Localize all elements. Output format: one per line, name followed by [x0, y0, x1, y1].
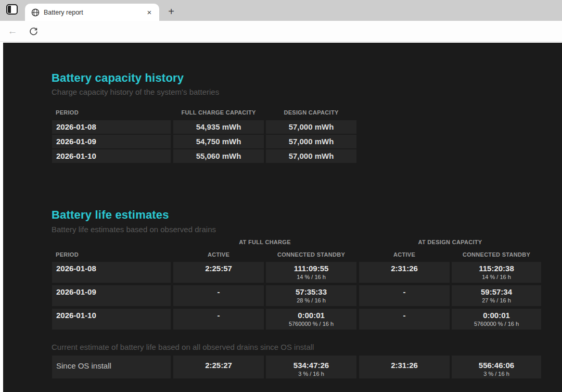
- fc-active-cell: 2:25:27: [173, 356, 264, 378]
- life-table-header: PERIOD ACTIVE CONNECTED STANDBY ACTIVE C…: [52, 251, 541, 259]
- life-header-fc-standby: CONNECTED STANDBY: [266, 251, 356, 258]
- battery-report-document: Battery capacity history Charge capacity…: [3, 43, 562, 392]
- capacity-section-title: Battery capacity history: [52, 71, 184, 85]
- standby-time: 0:00:01: [266, 309, 356, 321]
- design-capacity-cell: 57,000 mWh: [266, 120, 356, 134]
- life-section-subtitle: Battery life estimates based on observed…: [52, 225, 216, 234]
- standby-time: 556:46:06: [452, 359, 541, 371]
- standby-rate: 28 % / 16 h: [266, 297, 356, 304]
- dc-active-cell: 2:31:26: [359, 262, 450, 283]
- tab-strip: Battery report × +: [0, 0, 562, 21]
- period-cell: 2026-01-09: [52, 285, 171, 306]
- fc-active-cell: 2:25:57: [173, 262, 264, 283]
- life-table-row: 2026-01-10 - 0:00:01 5760000 % / 16 h - …: [52, 309, 541, 330]
- group-header-full-charge: AT FULL CHARGE: [173, 239, 356, 245]
- standby-time: 115:20:38: [452, 262, 541, 274]
- period-cell: 2026-01-08: [52, 120, 171, 134]
- dc-active-cell: 2:31:26: [359, 356, 450, 378]
- standby-rate: 27 % / 16 h: [452, 297, 541, 304]
- period-cell: 2026-01-10: [52, 309, 171, 330]
- dc-active-cell: -: [359, 285, 450, 306]
- period-cell: 2026-01-09: [52, 135, 171, 148]
- group-header-design-capacity: AT DESIGN CAPACITY: [359, 239, 541, 245]
- life-header-dc-active: ACTIVE: [359, 251, 450, 258]
- life-header-fc-active: ACTIVE: [173, 251, 264, 258]
- standby-time: 59:57:34: [452, 285, 541, 297]
- browser-window: Battery report × + ← File C:/Users/iii/b…: [0, 0, 562, 392]
- refresh-button[interactable]: [25, 23, 42, 40]
- period-cell: 2026-01-10: [52, 149, 171, 163]
- capacity-header-design: DESIGN CAPACITY: [266, 109, 356, 116]
- new-tab-button[interactable]: +: [164, 5, 178, 19]
- fc-standby-cell: 111:09:55 14 % / 16 h: [266, 262, 356, 283]
- refresh-icon: [29, 27, 38, 36]
- standby-time: 111:09:55: [266, 262, 356, 274]
- full-charge-cell: 54,750 mWh: [173, 135, 264, 148]
- os-install-label: Since OS install: [52, 356, 171, 378]
- standby-time: 534:47:26: [266, 359, 356, 371]
- life-header-dc-standby: CONNECTED STANDBY: [452, 251, 541, 258]
- capacity-table-row: 2026-01-09 54,750 mWh 57,000 mWh: [52, 135, 356, 148]
- life-table-group-header: AT FULL CHARGE AT DESIGN CAPACITY: [52, 239, 541, 246]
- dc-standby-cell: 0:00:01 5760000 % / 16 h: [452, 309, 541, 330]
- capacity-header-period: PERIOD: [56, 109, 79, 116]
- capacity-table-row: 2026-01-08 54,935 mWh 57,000 mWh: [52, 120, 356, 134]
- fc-standby-cell: 57:35:33 28 % / 16 h: [266, 285, 356, 306]
- capacity-table-row: 2026-01-10 55,060 mWh 57,000 mWh: [52, 149, 356, 163]
- life-section-title: Battery life estimates: [52, 208, 169, 222]
- tab-actions-pane: [8, 6, 11, 13]
- standby-rate: 3 % / 16 h: [266, 371, 356, 377]
- os-install-row: Since OS install 2:25:27 534:47:26 3 % /…: [52, 356, 541, 378]
- dc-standby-cell: 115:20:38 14 % / 16 h: [452, 262, 541, 283]
- standby-rate: 14 % / 16 h: [266, 274, 356, 281]
- fc-standby-cell: 534:47:26 3 % / 16 h: [266, 356, 356, 378]
- back-button[interactable]: ←: [4, 23, 21, 40]
- fc-standby-cell: 0:00:01 5760000 % / 16 h: [266, 309, 356, 330]
- page-area: Battery capacity history Charge capacity…: [0, 42, 562, 392]
- life-table-row: 2026-01-08 2:25:57 111:09:55 14 % / 16 h…: [52, 262, 541, 283]
- period-cell: 2026-01-08: [52, 262, 171, 283]
- tab-actions-icon[interactable]: [6, 4, 18, 15]
- full-charge-cell: 54,935 mWh: [173, 120, 264, 134]
- os-install-caption: Current estimate of battery life based o…: [52, 343, 314, 351]
- browser-tab[interactable]: Battery report ×: [25, 4, 159, 21]
- standby-rate: 5760000 % / 16 h: [452, 321, 541, 327]
- capacity-section-subtitle: Charge capacity history of the system's …: [52, 87, 219, 96]
- close-icon[interactable]: ×: [145, 8, 154, 17]
- standby-rate: 3 % / 16 h: [452, 371, 541, 377]
- globe-icon: [31, 8, 40, 17]
- browser-toolbar: ← File C:/Users/iii/battery-report.html: [0, 21, 562, 42]
- fc-active-cell: -: [173, 309, 264, 330]
- design-capacity-cell: 57,000 mWh: [266, 149, 356, 163]
- tab-title: Battery report: [44, 9, 145, 16]
- dc-standby-cell: 59:57:34 27 % / 16 h: [452, 285, 541, 306]
- capacity-table-header: PERIOD FULL CHARGE CAPACITY DESIGN CAPAC…: [52, 109, 356, 117]
- standby-rate: 14 % / 16 h: [452, 274, 541, 281]
- capacity-header-full-charge: FULL CHARGE CAPACITY: [173, 109, 264, 116]
- standby-rate: 5760000 % / 16 h: [266, 321, 356, 327]
- dc-standby-cell: 556:46:06 3 % / 16 h: [452, 356, 541, 378]
- fc-active-cell: -: [173, 285, 264, 306]
- life-table-row: 2026-01-09 - 57:35:33 28 % / 16 h - 59:5…: [52, 285, 541, 306]
- dc-active-cell: -: [359, 309, 450, 330]
- design-capacity-cell: 57,000 mWh: [266, 135, 356, 148]
- standby-time: 0:00:01: [452, 309, 541, 321]
- standby-time: 57:35:33: [266, 285, 356, 297]
- life-header-period: PERIOD: [56, 251, 79, 258]
- full-charge-cell: 55,060 mWh: [173, 149, 264, 163]
